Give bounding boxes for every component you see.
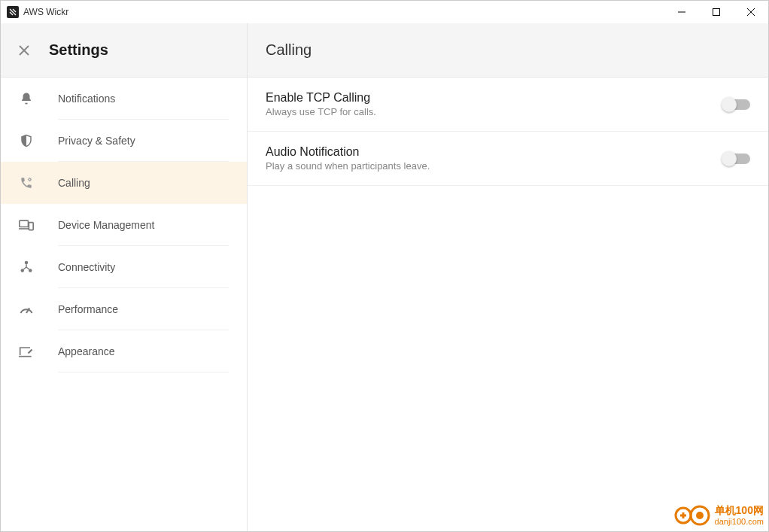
watermark-url: danji100.com	[715, 517, 764, 526]
close-settings-icon[interactable]	[17, 44, 31, 57]
setting-desc: Play a sound when participants leave.	[266, 160, 430, 172]
sidebar-item-label: Calling	[58, 177, 90, 189]
phone-gear-icon	[17, 176, 35, 190]
svg-rect-9	[29, 223, 33, 230]
bell-icon	[17, 92, 35, 105]
watermark-logo-icon	[674, 503, 710, 528]
sidebar-title: Settings	[49, 41, 108, 59]
shield-icon	[17, 134, 35, 147]
sidebar: Settings Notifications Privacy & Safety …	[1, 23, 248, 531]
sidebar-item-connectivity[interactable]: Connectivity	[1, 246, 247, 288]
connectivity-icon	[17, 260, 35, 274]
setting-title: Enable TCP Calling	[266, 91, 376, 105]
watermark-cn: 单机100网	[715, 505, 764, 516]
app-title: AWS Wickr	[23, 7, 68, 17]
sidebar-item-calling[interactable]: Calling	[1, 162, 247, 204]
settings-list: Enable TCP Calling Always use TCP for ca…	[248, 78, 768, 531]
svg-point-6	[29, 178, 31, 181]
app-body: Settings Notifications Privacy & Safety …	[1, 23, 768, 531]
sidebar-item-label: Device Management	[58, 219, 154, 231]
sidebar-item-label: Performance	[58, 303, 118, 315]
maximize-button[interactable]	[699, 1, 734, 23]
toggle-audio-notification[interactable]	[723, 154, 750, 164]
setting-row-tcp-calling: Enable TCP Calling Always use TCP for ca…	[248, 78, 768, 132]
setting-row-audio-notification: Audio Notification Play a sound when par…	[248, 132, 768, 186]
setting-text: Enable TCP Calling Always use TCP for ca…	[266, 91, 376, 117]
main-title: Calling	[266, 41, 312, 59]
svg-rect-7	[20, 220, 29, 226]
toggle-tcp-calling[interactable]	[723, 99, 750, 110]
sidebar-item-privacy[interactable]: Privacy & Safety	[1, 120, 247, 162]
svg-point-19	[696, 512, 704, 519]
main-panel: Calling Enable TCP Calling Always use TC…	[248, 23, 768, 531]
sidebar-item-label: Connectivity	[58, 261, 115, 273]
window-controls	[664, 1, 768, 23]
sidebar-header: Settings	[1, 23, 247, 78]
sidebar-item-label: Privacy & Safety	[58, 135, 135, 147]
main-header: Calling	[248, 23, 768, 78]
titlebar: AWS Wickr	[1, 1, 768, 23]
sidebar-item-label: Notifications	[58, 93, 115, 105]
gauge-icon	[17, 302, 35, 316]
sidebar-item-performance[interactable]: Performance	[1, 288, 247, 330]
appearance-icon	[17, 345, 35, 358]
watermark-text: 单机100网 danji100.com	[715, 505, 764, 525]
sidebar-item-device-management[interactable]: Device Management	[1, 204, 247, 246]
svg-point-10	[25, 261, 29, 265]
watermark: 单机100网 danji100.com	[674, 503, 764, 528]
sidebar-item-appearance[interactable]: Appearance	[1, 330, 247, 372]
svg-rect-1	[713, 9, 720, 16]
minimize-button[interactable]	[664, 1, 699, 23]
setting-title: Audio Notification	[266, 145, 430, 159]
app-icon	[7, 6, 19, 18]
sidebar-item-label: Appearance	[58, 345, 115, 357]
setting-desc: Always use TCP for calls.	[266, 106, 376, 117]
close-button[interactable]	[734, 1, 768, 23]
sidebar-item-notifications[interactable]: Notifications	[1, 78, 247, 120]
devices-icon	[17, 218, 35, 232]
setting-text: Audio Notification Play a sound when par…	[266, 145, 430, 172]
titlebar-left: AWS Wickr	[7, 6, 68, 18]
sidebar-nav: Notifications Privacy & Safety Calling D…	[1, 78, 247, 531]
